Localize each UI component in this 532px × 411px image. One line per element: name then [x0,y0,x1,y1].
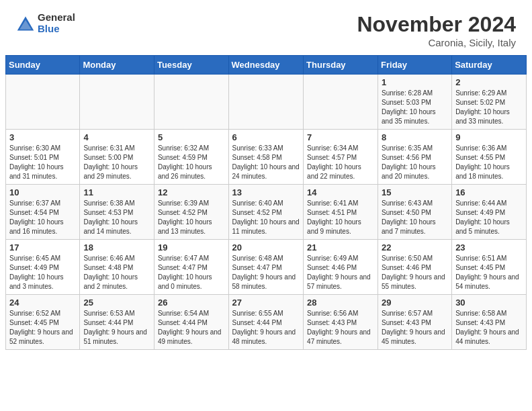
day-cell: 3Sunrise: 6:30 AM Sunset: 5:01 PM Daylig… [6,130,80,185]
day-info: Sunrise: 6:36 AM Sunset: 4:55 PM Dayligh… [455,144,523,181]
day-info: Sunrise: 6:58 AM Sunset: 4:43 PM Dayligh… [455,309,523,347]
day-info: Sunrise: 6:49 AM Sunset: 4:46 PM Dayligh… [307,254,374,291]
week-row-0: 1Sunrise: 6:28 AM Sunset: 5:03 PM Daylig… [6,75,527,130]
day-info: Sunrise: 6:48 AM Sunset: 4:47 PM Dayligh… [232,254,300,291]
day-number: 8 [382,132,448,142]
location: Caronia, Sicily, Italy [357,37,516,48]
day-cell: 10Sunrise: 6:37 AM Sunset: 4:54 PM Dayli… [6,185,80,240]
day-number: 30 [455,298,523,308]
day-info: Sunrise: 6:33 AM Sunset: 4:58 PM Dayligh… [232,144,300,181]
header-monday: Monday [80,56,154,75]
month-title: November 2024 [357,12,516,37]
day-number: 18 [83,242,150,253]
calendar-wrapper: SundayMondayTuesdayWednesdayThursdayFrid… [0,55,532,355]
page-header: General Blue November 2024 Caronia, Sici… [0,0,532,55]
day-number: 23 [455,242,523,253]
day-info: Sunrise: 6:38 AM Sunset: 4:53 PM Dayligh… [83,199,150,236]
day-cell: 9Sunrise: 6:36 AM Sunset: 4:55 PM Daylig… [452,130,527,185]
day-cell: 12Sunrise: 6:39 AM Sunset: 4:52 PM Dayli… [154,185,228,240]
day-number: 17 [9,242,76,253]
day-info: Sunrise: 6:51 AM Sunset: 4:45 PM Dayligh… [455,254,523,291]
day-info: Sunrise: 6:41 AM Sunset: 4:51 PM Dayligh… [307,199,374,236]
day-info: Sunrise: 6:28 AM Sunset: 5:03 PM Dayligh… [382,89,448,126]
day-cell: 16Sunrise: 6:44 AM Sunset: 4:49 PM Dayli… [452,185,527,240]
day-cell: 30Sunrise: 6:58 AM Sunset: 4:43 PM Dayli… [452,295,527,350]
day-cell: 26Sunrise: 6:54 AM Sunset: 4:44 PM Dayli… [154,295,228,350]
day-cell: 18Sunrise: 6:46 AM Sunset: 4:48 PM Dayli… [80,240,154,295]
day-info: Sunrise: 6:39 AM Sunset: 4:52 PM Dayligh… [158,199,225,236]
day-number: 22 [382,242,448,253]
day-info: Sunrise: 6:29 AM Sunset: 5:02 PM Dayligh… [455,89,523,126]
day-cell: 25Sunrise: 6:53 AM Sunset: 4:44 PM Dayli… [80,295,154,350]
header-thursday: Thursday [304,56,378,75]
day-number: 15 [382,187,448,197]
logo-blue-text: Blue [38,24,75,35]
day-number: 16 [455,187,523,197]
day-cell: 13Sunrise: 6:40 AM Sunset: 4:52 PM Dayli… [228,185,304,240]
day-number: 2 [455,77,523,87]
day-info: Sunrise: 6:45 AM Sunset: 4:49 PM Dayligh… [9,254,76,291]
day-cell: 14Sunrise: 6:41 AM Sunset: 4:51 PM Dayli… [304,185,378,240]
day-number: 25 [83,298,150,308]
day-info: Sunrise: 6:57 AM Sunset: 4:43 PM Dayligh… [382,309,448,347]
day-number: 13 [232,187,300,197]
day-number: 24 [9,298,76,308]
day-info: Sunrise: 6:40 AM Sunset: 4:52 PM Dayligh… [232,199,300,236]
day-info: Sunrise: 6:35 AM Sunset: 4:56 PM Dayligh… [382,144,448,181]
day-number: 7 [307,132,374,142]
week-row-2: 10Sunrise: 6:37 AM Sunset: 4:54 PM Dayli… [6,185,527,240]
logo-icon [16,14,35,33]
day-cell: 7Sunrise: 6:34 AM Sunset: 4:57 PM Daylig… [304,130,378,185]
day-number: 27 [232,298,300,308]
header-saturday: Saturday [452,56,527,75]
header-wednesday: Wednesday [228,56,304,75]
day-cell: 5Sunrise: 6:32 AM Sunset: 4:59 PM Daylig… [154,130,228,185]
day-info: Sunrise: 6:31 AM Sunset: 5:00 PM Dayligh… [83,144,150,181]
day-info: Sunrise: 6:55 AM Sunset: 4:44 PM Dayligh… [232,309,300,347]
day-cell: 22Sunrise: 6:50 AM Sunset: 4:46 PM Dayli… [378,240,452,295]
header-sunday: Sunday [6,56,80,75]
day-cell [6,75,80,130]
day-cell: 8Sunrise: 6:35 AM Sunset: 4:56 PM Daylig… [378,130,452,185]
logo: General Blue [16,12,75,34]
day-number: 20 [232,242,300,253]
day-number: 11 [83,187,150,197]
day-cell: 15Sunrise: 6:43 AM Sunset: 4:50 PM Dayli… [378,185,452,240]
day-cell: 2Sunrise: 6:29 AM Sunset: 5:02 PM Daylig… [452,75,527,130]
day-info: Sunrise: 6:46 AM Sunset: 4:48 PM Dayligh… [83,254,150,291]
day-cell: 28Sunrise: 6:56 AM Sunset: 4:43 PM Dayli… [304,295,378,350]
day-number: 5 [158,132,225,142]
header-friday: Friday [378,56,452,75]
day-cell [304,75,378,130]
day-cell: 21Sunrise: 6:49 AM Sunset: 4:46 PM Dayli… [304,240,378,295]
day-info: Sunrise: 6:32 AM Sunset: 4:59 PM Dayligh… [158,144,225,181]
day-info: Sunrise: 6:47 AM Sunset: 4:47 PM Dayligh… [158,254,225,291]
day-cell: 4Sunrise: 6:31 AM Sunset: 5:00 PM Daylig… [80,130,154,185]
day-number: 19 [158,242,225,253]
day-number: 21 [307,242,374,253]
title-block: November 2024 Caronia, Sicily, Italy [357,12,516,48]
day-info: Sunrise: 6:50 AM Sunset: 4:46 PM Dayligh… [382,254,448,291]
day-number: 10 [9,187,76,197]
day-cell: 6Sunrise: 6:33 AM Sunset: 4:58 PM Daylig… [228,130,304,185]
week-row-4: 24Sunrise: 6:52 AM Sunset: 4:45 PM Dayli… [6,295,527,350]
day-cell: 27Sunrise: 6:55 AM Sunset: 4:44 PM Dayli… [228,295,304,350]
calendar-body: 1Sunrise: 6:28 AM Sunset: 5:03 PM Daylig… [6,75,527,350]
day-cell: 1Sunrise: 6:28 AM Sunset: 5:03 PM Daylig… [378,75,452,130]
day-info: Sunrise: 6:30 AM Sunset: 5:01 PM Dayligh… [9,144,76,181]
day-cell [228,75,304,130]
day-cell: 19Sunrise: 6:47 AM Sunset: 4:47 PM Dayli… [154,240,228,295]
day-number: 29 [382,298,448,308]
day-info: Sunrise: 6:43 AM Sunset: 4:50 PM Dayligh… [382,199,448,236]
header-tuesday: Tuesday [154,56,228,75]
day-info: Sunrise: 6:54 AM Sunset: 4:44 PM Dayligh… [158,309,225,347]
day-info: Sunrise: 6:56 AM Sunset: 4:43 PM Dayligh… [307,309,374,347]
day-info: Sunrise: 6:34 AM Sunset: 4:57 PM Dayligh… [307,144,374,181]
day-number: 6 [232,132,300,142]
day-number: 26 [158,298,225,308]
logo-general-text: General [38,12,75,24]
day-cell: 11Sunrise: 6:38 AM Sunset: 4:53 PM Dayli… [80,185,154,240]
day-cell [154,75,228,130]
day-info: Sunrise: 6:52 AM Sunset: 4:45 PM Dayligh… [9,309,76,347]
week-row-1: 3Sunrise: 6:30 AM Sunset: 5:01 PM Daylig… [6,130,527,185]
